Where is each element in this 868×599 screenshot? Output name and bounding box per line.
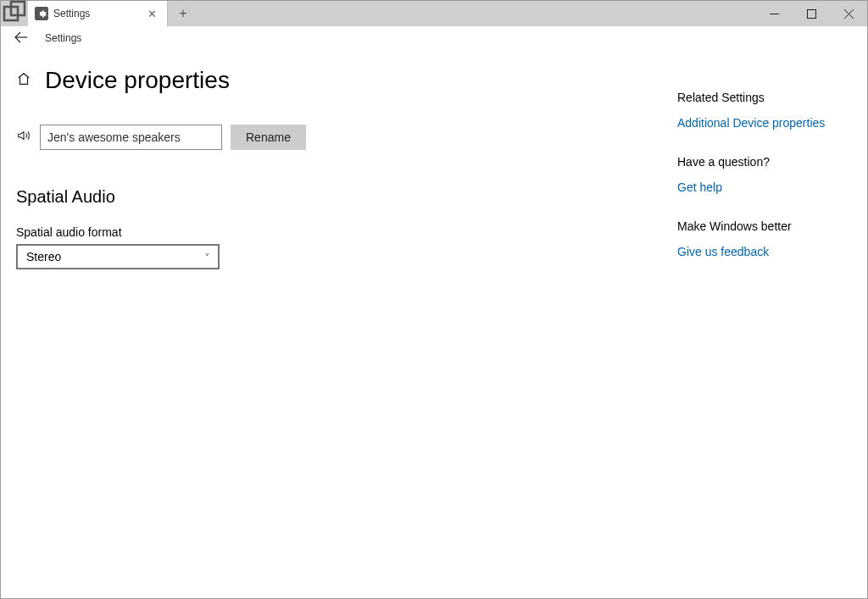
related-settings-heading: Related Settings bbox=[677, 91, 855, 104]
speaker-icon bbox=[16, 128, 31, 147]
back-arrow-icon[interactable] bbox=[14, 31, 28, 46]
window-controls bbox=[755, 1, 867, 26]
gear-icon bbox=[35, 7, 48, 20]
window-tabset-icon[interactable] bbox=[1, 1, 28, 26]
maximize-button[interactable] bbox=[793, 1, 830, 26]
tab-settings[interactable]: Settings ✕ bbox=[28, 1, 168, 26]
spatial-format-select[interactable]: Stereo ˅ bbox=[16, 244, 220, 269]
give-feedback-link[interactable]: Give us feedback bbox=[677, 245, 855, 258]
rename-button[interactable]: Rename bbox=[231, 125, 306, 150]
minimize-button[interactable] bbox=[755, 1, 793, 26]
home-icon[interactable] bbox=[16, 71, 31, 90]
get-help-link[interactable]: Get help bbox=[677, 180, 855, 194]
main-panel: Device properties Rename Spatial Audio S… bbox=[16, 67, 677, 598]
spatial-format-value: Stereo bbox=[26, 250, 61, 263]
svg-rect-2 bbox=[770, 14, 779, 14]
tab-title: Settings bbox=[53, 8, 139, 19]
device-name-input[interactable] bbox=[40, 125, 222, 150]
page-title: Device properties bbox=[45, 67, 230, 94]
titlebar: Settings ✕ + bbox=[1, 1, 867, 26]
chevron-down-icon: ˅ bbox=[205, 252, 209, 262]
make-windows-better-heading: Make Windows better bbox=[677, 219, 855, 233]
spatial-audio-heading: Spatial Audio bbox=[16, 187, 677, 207]
breadcrumb-label: Settings bbox=[45, 32, 81, 44]
breadcrumb-bar: Settings bbox=[1, 26, 867, 50]
tab-close-icon[interactable]: ✕ bbox=[144, 8, 160, 20]
have-question-heading: Have a question? bbox=[677, 155, 855, 169]
new-tab-button[interactable]: + bbox=[168, 1, 198, 26]
side-panel: Related Settings Additional Device prope… bbox=[677, 67, 867, 598]
close-button[interactable] bbox=[830, 1, 867, 26]
additional-device-properties-link[interactable]: Additional Device properties bbox=[677, 116, 855, 130]
spatial-format-label: Spatial audio format bbox=[16, 225, 677, 239]
settings-window: Settings ✕ + Settings bbox=[0, 0, 868, 599]
svg-rect-3 bbox=[807, 9, 815, 18]
